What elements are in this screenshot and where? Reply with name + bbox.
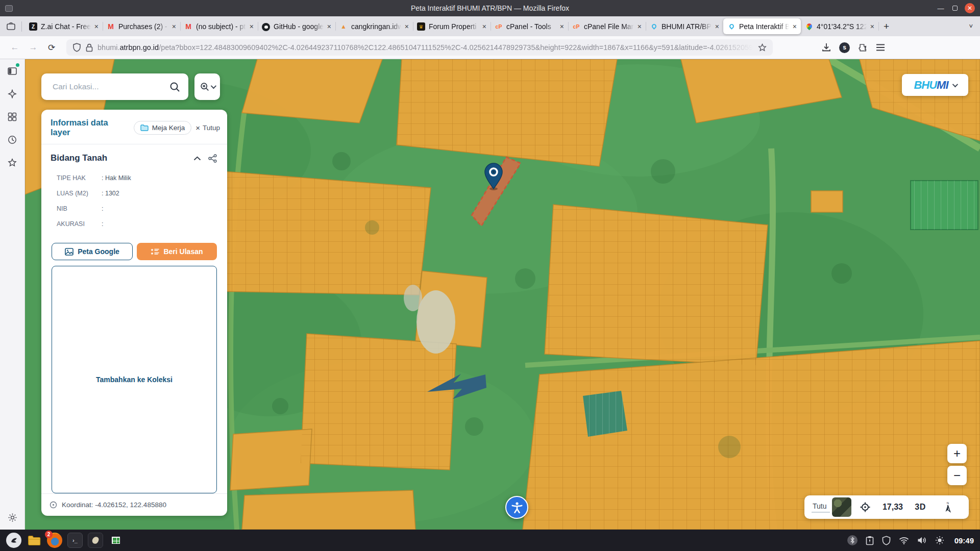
url-text[interactable]: bhumi.atrbpn.go.id/peta?bbox=122.4848300… (97, 43, 753, 52)
section-title: Bidang Tanah (51, 153, 186, 163)
window-maximize-button[interactable] (952, 6, 958, 11)
reload-button[interactable]: ⟳ (44, 40, 59, 55)
zoom-level-value: 17,33 (879, 503, 906, 512)
cpanel-icon: cP (572, 22, 580, 31)
menu-icon[interactable] (876, 44, 885, 51)
gmail-icon: M (107, 22, 115, 31)
tab-10[interactable]: 4°01'34.2"S 122°2× (801, 18, 878, 34)
sidebar-toggle-icon[interactable] (5, 64, 20, 78)
forward-button[interactable]: → (26, 40, 41, 55)
close-panel-button[interactable]: × Tutup (195, 123, 220, 132)
tab-close-icon[interactable]: × (793, 22, 797, 31)
system-tray: 09:49 (847, 535, 974, 545)
beri-ulasan-button[interactable]: Beri Ulasan (137, 243, 217, 260)
tab-close-icon[interactable]: × (870, 22, 874, 31)
peta-google-button[interactable]: Peta Google (52, 243, 133, 260)
tab-close-icon[interactable]: × (172, 22, 176, 31)
firefox-icon[interactable]: 2 (47, 533, 62, 548)
tracking-protection-shield-icon[interactable] (72, 43, 81, 52)
bookmark-star-icon[interactable] (758, 43, 767, 52)
settings-gear-icon[interactable] (5, 510, 20, 524)
search-input[interactable]: Cari Lokasi... (53, 82, 169, 91)
field-label: TIPE HAK (57, 174, 102, 182)
tab-8[interactable]: BHUMI ATR/BPN× (646, 18, 723, 34)
svg-text:N: N (947, 502, 949, 505)
meja-kerja-button[interactable]: Meja Kerja (134, 121, 192, 135)
tutup-layer-button[interactable]: Tutu (812, 502, 830, 513)
shield-icon[interactable] (882, 536, 891, 545)
wifi-icon[interactable] (899, 537, 909, 544)
window-titlebar: Peta Interaktif BHUMI ATR/BPN — Mozilla … (0, 0, 980, 16)
brightness-icon[interactable] (935, 536, 944, 545)
tab-close-icon[interactable]: × (560, 22, 564, 31)
accessibility-person-icon (510, 501, 524, 514)
tab-close-icon[interactable]: × (327, 22, 331, 31)
boxes-icon[interactable] (5, 110, 20, 124)
tab-close-icon[interactable]: × (250, 22, 254, 31)
bookmark-star-icon[interactable] (5, 156, 20, 170)
terminal-icon[interactable]: ›_ (67, 533, 83, 548)
github-icon (262, 22, 270, 31)
clipboard-icon[interactable] (866, 536, 874, 545)
locate-button[interactable] (851, 502, 879, 513)
chevron-down-icon (952, 81, 958, 87)
collapse-chevron-up-icon[interactable] (193, 156, 201, 161)
list-all-tabs-button[interactable]: ˅ (969, 22, 977, 30)
tab-9[interactable]: Peta Interaktif BH× (723, 18, 801, 34)
tab-close-icon[interactable]: × (94, 22, 99, 31)
gmaps-pin-icon (805, 22, 813, 31)
app-menu-icon[interactable] (6, 533, 21, 548)
tab-close-icon[interactable]: × (405, 22, 409, 31)
firefox-view-icon[interactable] (3, 19, 18, 34)
bhumi-pin-icon (727, 22, 736, 31)
map-bottom-toolbar: Tutu 17,33 3D N (804, 495, 969, 519)
share-icon[interactable] (208, 154, 217, 163)
advanced-search-toggle[interactable] (194, 73, 220, 100)
navigation-toolbar: ← → ⟳ bhumi.atrbpn.go.id/peta?bbox=122.4… (0, 36, 980, 59)
window-minimize-button[interactable]: — (936, 5, 945, 12)
back-button[interactable]: ← (7, 40, 22, 55)
window-close-button[interactable]: ✕ (965, 3, 975, 13)
taskbar-clock[interactable]: 09:49 (954, 536, 974, 545)
download-icon[interactable] (822, 43, 831, 52)
tab-close-icon[interactable]: × (482, 22, 486, 31)
new-tab-button[interactable]: + (884, 21, 889, 32)
map-canvas[interactable]: Cari Lokasi... BHUMI Informasi data laye… (25, 59, 980, 530)
s-extension-icon[interactable]: s (839, 42, 850, 53)
ai-sparkle-icon[interactable] (5, 87, 20, 101)
tab-0[interactable]: ZZ.ai Chat - Free AI× (25, 18, 103, 34)
bluetooth-icon[interactable] (847, 535, 857, 545)
tab-label: cPanel File Manag (584, 22, 634, 31)
bhumi-logo[interactable]: BHUMI (902, 74, 968, 96)
extensions-puzzle-icon[interactable] (858, 43, 868, 53)
tab-close-icon[interactable]: × (715, 22, 719, 31)
zoom-in-button[interactable]: + (947, 444, 967, 463)
coordinate-text: Koordinat: -4.026152, 122.485880 (62, 501, 166, 509)
tab-3[interactable]: GitHub - googleap× (258, 18, 335, 34)
tab-1[interactable]: MPurchases (2) - sar× (103, 18, 180, 34)
editor-icon[interactable] (88, 533, 103, 548)
tab-2[interactable]: M(no subject) - ptpi× (180, 18, 258, 34)
history-clock-icon[interactable] (5, 133, 20, 147)
tab-close-icon[interactable]: × (638, 22, 642, 31)
compass-north-icon[interactable]: N (934, 501, 962, 513)
tambahkan-koleksi-button[interactable]: Tambahkan ke Koleksi (52, 266, 217, 493)
spreadsheet-icon[interactable] (108, 533, 124, 548)
location-search-box[interactable]: Cari Lokasi... (41, 73, 188, 100)
field-label: AKURASI (57, 220, 102, 228)
search-icon[interactable] (169, 82, 180, 92)
tab-5[interactable]: ♛Forum Properti - F× (413, 18, 491, 34)
url-bar[interactable]: bhumi.atrbpn.go.id/peta?bbox=122.4848300… (66, 39, 773, 56)
tab-4[interactable]: ▲cangkringan.idwe× (335, 18, 413, 34)
basemap-thumbnail[interactable] (832, 497, 851, 517)
mode-3d-button[interactable]: 3D (906, 503, 934, 512)
accessibility-button[interactable] (505, 496, 528, 519)
file-manager-icon[interactable] (27, 533, 42, 548)
tab-6[interactable]: cPcPanel - Tools× (491, 18, 568, 34)
tab-7[interactable]: cPcPanel File Manag× (568, 18, 646, 34)
bhumi-pin-icon (650, 22, 658, 31)
volume-icon[interactable] (917, 536, 927, 544)
forum-icon: ♛ (417, 22, 425, 31)
notification-dot (16, 63, 19, 67)
zoom-out-button[interactable]: − (947, 466, 967, 485)
